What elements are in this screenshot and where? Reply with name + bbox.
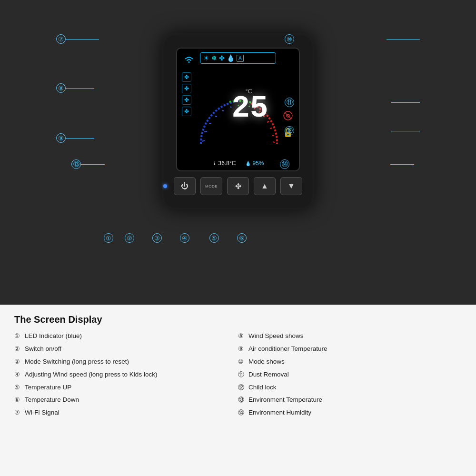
mode-sun-icon: ☀ [203,54,209,62]
temp-number: 25 [232,91,268,126]
desc-item: ⑪Dust Removal [238,370,462,379]
down-arrow-icon: ▼ [288,182,295,190]
desc-num: ① [14,332,23,340]
desc-item: ⑬Environment Temperature [238,396,462,405]
desc-num: ⑥ [14,396,23,404]
ann-10: ⑩ [285,34,294,44]
desc-item: ⑨Air conditioner Temperature [238,345,462,354]
ann-12: ⑫ [285,126,294,136]
mode-snowflake-icon: ❄ [211,54,217,62]
desc-columns: ①LED Indicator (blue)②Switch on/off③Mode… [14,332,462,417]
ann-8: ⑧ [56,83,66,93]
desc-item: ①LED Indicator (blue) [14,332,238,341]
fan-icon: ✤ [235,182,241,191]
desc-num: ⑫ [238,383,247,392]
screen-display: ☀ ❄ ✤ 💧 A ✤ ✤ ✤ ✤ [176,48,300,171]
desc-item: ⑤Temperature UP [14,383,238,392]
mode-auto-icon: A [237,55,244,62]
ann-9: ⑨ [56,133,66,143]
line-10 [387,39,420,40]
desc-item: ⑧Wind Speed shows [238,332,462,341]
line-8 [66,88,94,89]
desc-text: Wind Speed shows [248,332,304,341]
mode-fan-icon: ✤ [219,54,225,62]
desc-text: Wi-Fi Signal [25,408,60,417]
desc-text: Mode shows [248,357,285,367]
desc-item: ⑩Mode shows [238,357,462,367]
ann-6: ⑥ [237,233,247,243]
ann-1: ① [104,233,113,243]
line-11 [391,102,420,103]
desc-text: Temperature Down [25,396,79,405]
desc-text: Air conditioner Temperature [248,345,327,354]
device-outer: ☀ ❄ ✤ 💧 A ✤ ✤ ✤ ✤ [162,33,314,209]
line-14 [390,164,414,165]
desc-num: ⑨ [238,345,247,353]
env-humidity-display: 💧 95% [245,160,264,167]
desc-num: ③ [14,357,23,366]
desc-text: Child lock [248,383,277,392]
temp-down-button[interactable]: ▼ [280,177,302,195]
ann-7: ⑦ [56,34,66,44]
power-button[interactable]: ⏻ [174,177,196,195]
desc-num: ⑭ [238,408,247,417]
line-12 [391,131,420,131]
desc-item: ⑫Child lock [238,383,462,392]
desc-item: ⑥Temperature Down [14,396,238,405]
desc-col-right: ⑧Wind Speed shows⑨Air conditioner Temper… [238,332,462,417]
desc-text: Mode Switching (long press to reset) [25,357,129,367]
screen-display-title: The Screen Display [14,314,462,325]
power-icon: ⏻ [181,182,188,190]
desc-num: ⑧ [238,332,247,340]
ann-4: ④ [180,233,189,243]
desc-item: ⑦Wi-Fi Signal [14,408,238,417]
svg-line-19 [270,128,272,129]
svg-line-6 [202,140,205,141]
desc-item: ③Mode Switching (long press to reset) [14,357,238,367]
desc-text: Environment Humidity [248,408,311,417]
desc-num: ⑦ [14,408,23,417]
ann-3: ③ [152,233,162,243]
desc-num: ⑪ [238,370,247,379]
desc-item: ⑭Environment Humidity [238,408,462,417]
description-section: The Screen Display ①LED Indicator (blue)… [0,305,476,476]
desc-num: ④ [14,370,23,379]
device-area: ☀ ❄ ✤ 💧 A ✤ ✤ ✤ ✤ [0,0,476,305]
mode-label: MODE [205,184,218,188]
mode-button[interactable]: MODE [200,177,222,195]
fan-speed-button[interactable]: ✤ [227,177,249,195]
desc-text: LED Indicator (blue) [25,332,82,341]
ann-13: ⑬ [71,159,81,169]
ann-5: ⑤ [209,233,219,243]
desc-text: Adjusting Wind speed (long press to Kids… [25,370,157,379]
svg-line-7 [204,131,207,132]
buttons-row: ⏻ MODE ✤ ▲ ▼ [174,177,302,195]
desc-item: ②Switch on/off [14,345,238,354]
desc-item: ④Adjusting Wind speed (long press to Kid… [14,370,238,379]
desc-col-left: ①LED Indicator (blue)②Switch on/off③Mode… [14,332,238,417]
mode-drop-icon: 💧 [227,54,235,62]
led-indicator [163,184,167,188]
desc-num: ② [14,345,23,353]
desc-num: ⑤ [14,383,23,392]
ann-11: ⑪ [285,98,294,107]
desc-num: ⑩ [238,357,247,366]
env-temp-display: 🌡 36.8°C [212,160,236,167]
desc-text: Environment Temperature [248,396,322,405]
desc-text: Dust Removal [248,370,289,379]
temp-up-button[interactable]: ▲ [254,177,276,195]
up-arrow-icon: ▲ [261,182,268,190]
ann-14: ⑭ [280,159,289,169]
temperature-display: °C 25 [210,91,280,126]
ann-2: ② [125,233,134,243]
line-13 [81,164,105,165]
desc-num: ⑬ [238,396,247,404]
desc-text: Switch on/off [25,345,61,354]
line-9 [66,138,94,139]
svg-line-21 [273,142,275,142]
mode-bar: ☀ ❄ ✤ 💧 A [200,52,276,64]
desc-text: Temperature UP [25,383,71,392]
line-7 [66,39,99,40]
